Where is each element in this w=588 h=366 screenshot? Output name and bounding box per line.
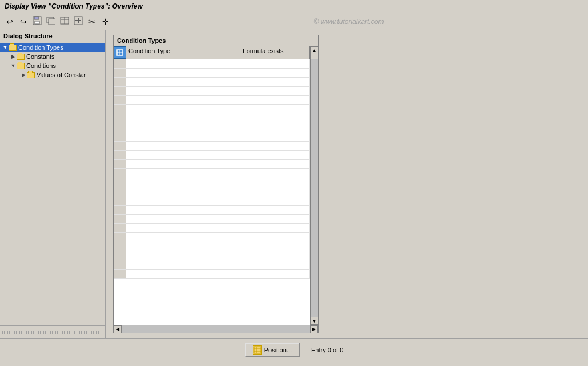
row-selector-cell [114,260,126,269]
entry-count-label: Entry 0 of 0 [311,347,343,353]
tree-item-condition-types[interactable]: ▼ Condition Types [0,43,105,52]
table-button[interactable] [58,15,71,28]
table-row[interactable] [114,206,310,215]
header-cell-selector [114,46,126,59]
table-header-row: Condition Type Formula exists ▲ [114,46,318,59]
forward-button[interactable]: ↪ [17,15,30,28]
row-condition-type-cell [126,206,240,214]
table-row[interactable] [114,96,310,105]
save-icon [33,16,42,27]
shortcut-button[interactable] [45,15,57,28]
table-row[interactable] [114,59,310,69]
scroll-down-button[interactable]: ▼ [311,317,319,325]
dialog-structure-title: Dialog Structure [0,30,105,42]
scroll-track-v [311,59,319,317]
row-condition-type-cell [126,224,240,232]
save-button[interactable] [31,15,43,28]
move-button[interactable]: ✛ [99,15,112,28]
row-selector-cell [114,206,126,214]
cut-button[interactable]: ✂ [86,15,98,28]
row-formula-cell [240,87,310,95]
back-icon: ↩ [6,17,13,26]
table-row[interactable] [114,160,310,169]
position-button[interactable]: Position... [245,343,300,357]
table-row[interactable] [114,215,310,224]
table-row[interactable] [114,132,310,142]
select-all-icon[interactable] [114,46,126,59]
row-formula-cell [240,142,310,150]
table-row[interactable] [114,169,310,178]
new-button[interactable] [72,15,84,28]
svg-rect-1 [34,17,39,19]
row-condition-type-cell [126,114,240,123]
row-selector-cell [114,233,126,242]
table-row[interactable] [114,187,310,196]
row-formula-cell [240,242,310,251]
row-selector-cell [114,178,126,187]
row-condition-type-cell [126,270,240,278]
row-selector-cell [114,251,126,260]
table-row[interactable] [114,123,310,132]
row-formula-cell [240,151,310,159]
row-selector-cell [114,87,126,95]
back-button[interactable]: ↩ [3,15,16,28]
row-condition-type-cell [126,78,240,86]
row-selector-cell [114,96,126,104]
row-selector-cell [114,132,126,141]
table-row[interactable] [114,114,310,123]
tree-label-values: Values of Constar [37,71,86,78]
row-condition-type-cell [126,132,240,141]
table-row[interactable] [114,151,310,160]
scroll-left-button[interactable]: ◀ [114,325,122,333]
table-row[interactable] [114,105,310,114]
row-formula-cell [240,132,310,141]
table-body [114,59,310,325]
row-selector-cell [114,123,126,132]
table-row[interactable] [114,196,310,206]
table-row[interactable] [114,178,310,187]
shortcut-icon [46,16,55,27]
svg-rect-2 [35,21,39,24]
horizontal-scrollbar[interactable]: ◀ ▶ [114,325,318,333]
scroll-right-button[interactable]: ▶ [310,325,318,333]
row-selector-cell [114,196,126,205]
row-condition-type-cell [126,233,240,242]
page-title: Display View "Condition Types": Overview [5,2,143,10]
header-cell-condition-type: Condition Type [126,46,240,59]
tree-item-values-of-constar[interactable]: ▶ Values of Constar [0,70,105,79]
row-formula-cell [240,114,310,123]
row-condition-type-cell [126,196,240,205]
resize-separator [2,331,103,334]
scroll-up-button[interactable]: ▲ [311,46,319,54]
row-condition-type-cell [126,169,240,178]
table-row[interactable] [114,270,310,279]
row-formula-cell [240,233,310,242]
row-formula-cell [240,187,310,196]
row-condition-type-cell [126,187,240,196]
table-row[interactable] [114,260,310,270]
folder-icon-condition-types [8,43,17,51]
row-condition-type-cell [126,151,240,159]
tree-item-conditions[interactable]: ▼ Conditions [0,61,105,70]
table-row[interactable] [114,233,310,242]
table-row[interactable] [114,224,310,233]
tree-arrow-condition-types: ▼ [2,45,8,50]
table-row[interactable] [114,242,310,251]
table-row[interactable] [114,78,310,87]
row-formula-cell [240,160,310,168]
vertical-scrollbar[interactable]: ▼ [310,59,318,325]
table-row[interactable] [114,69,310,78]
left-panel-bottom [0,325,105,338]
row-selector-cell [114,242,126,251]
table-container: Condition Types Condition Type Formula e… [113,35,319,333]
tree-item-constants[interactable]: ▶ Constants [0,52,105,61]
table-row[interactable] [114,142,310,151]
folder-icon-conditions [16,62,25,70]
table-row[interactable] [114,251,310,260]
row-selector-cell [114,151,126,159]
row-formula-cell [240,196,310,205]
row-selector-cell [114,105,126,114]
position-icon [253,345,262,355]
row-formula-cell [240,169,310,178]
table-row[interactable] [114,87,310,96]
